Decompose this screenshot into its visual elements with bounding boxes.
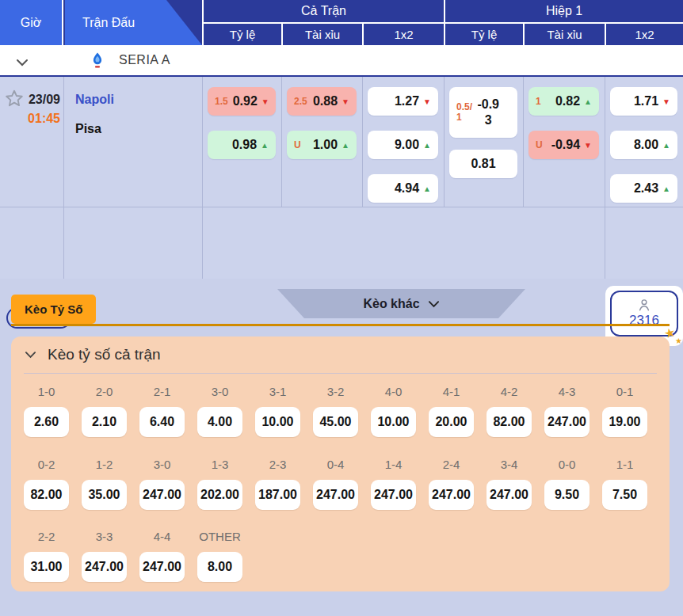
odds-cell-full-handicap[interactable]: 1.50.92▼: [208, 87, 276, 116]
odds-value: 0.81: [471, 157, 495, 171]
score-row: 1-02.602-02.102-16.403-04.003-110.003-24…: [11, 385, 670, 437]
score-label: 3-1: [255, 385, 300, 401]
odds-value: 0.82: [555, 94, 580, 108]
score-label: 1-0: [24, 385, 69, 401]
score-panel-header[interactable]: Kèo tỷ số cả trận: [11, 337, 670, 372]
score-cell: 2-4247.00: [429, 458, 474, 510]
score-odd-button[interactable]: 35.00: [82, 480, 127, 510]
score-cell: 3-4247.00: [486, 458, 532, 510]
odds-cell-full-handicap[interactable]: 0.98▲: [208, 131, 276, 159]
score-odd-button[interactable]: 10.00: [255, 407, 300, 437]
score-label: 2-1: [139, 385, 185, 401]
score-cell: 0-4247.00: [313, 458, 358, 510]
score-cell: 0-09.50: [544, 458, 590, 510]
header-sub-1x2-full: 1x2: [362, 24, 444, 45]
odds-cell-full-ou[interactable]: U1.00▲: [287, 131, 357, 159]
score-label: OTHER: [197, 530, 242, 546]
score-odd-button[interactable]: 247.00: [371, 480, 416, 510]
odds-value: 0.88: [313, 94, 338, 108]
score-odd-button[interactable]: 4.00: [197, 407, 242, 437]
score-grid: 1-02.602-02.102-16.403-04.003-110.003-24…: [11, 374, 670, 582]
score-cell: 1-02.60: [24, 385, 69, 437]
score-odd-button[interactable]: 247.00: [544, 407, 590, 437]
header-groups: Cả Trận Hiệp 1: [202, 0, 683, 24]
score-cell: 3-04.00: [197, 385, 242, 437]
odds-cell-half-ou[interactable]: 10.82▲: [528, 87, 599, 116]
score-odd-button[interactable]: 19.00: [602, 407, 647, 437]
score-odd-button[interactable]: 2.10: [82, 407, 127, 437]
person-icon: [636, 298, 652, 311]
odds-cell-full-ou[interactable]: 2.50.88▼: [287, 87, 357, 116]
more-odds-label: Kèo khác: [363, 297, 419, 311]
odds-cell-full-1x2[interactable]: 9.00▲: [368, 131, 438, 159]
score-odd-button[interactable]: 247.00: [486, 480, 532, 510]
trend-up-icon: ▲: [423, 184, 431, 193]
odds-value: 0.98: [232, 138, 257, 152]
header-sub-handicap-full: Tỷ lệ: [202, 24, 281, 45]
chevron-down-icon[interactable]: [25, 348, 36, 362]
score-odd-button[interactable]: 6.40: [139, 407, 185, 437]
score-odd-button[interactable]: 247.00: [139, 552, 185, 582]
score-label: 2-3: [255, 458, 300, 473]
score-label: 0-0: [544, 458, 590, 473]
score-odd-button[interactable]: 2.60: [24, 407, 69, 437]
score-odd-button[interactable]: 247.00: [139, 480, 185, 510]
chevron-down-icon[interactable]: [16, 55, 29, 70]
odds-cell-half-1x2[interactable]: 2.43▲: [610, 174, 677, 203]
league-name: SERIA A: [119, 53, 170, 67]
score-odd-button[interactable]: 31.00: [24, 552, 69, 582]
score-odd-button[interactable]: 202.00: [197, 480, 242, 510]
odds-cell-full-1x2[interactable]: 1.27▼: [368, 87, 438, 116]
odds-value-line: 3: [477, 112, 499, 128]
odds-value: 4.94: [395, 181, 419, 196]
score-odd-button[interactable]: 7.50: [602, 480, 647, 510]
header-col-match: Trận Đấu: [65, 0, 202, 45]
trend-up-icon: ▲: [662, 141, 670, 150]
score-label: 3-2: [313, 385, 358, 401]
odds-cell-half-ou[interactable]: U-0.94▼: [528, 131, 599, 159]
score-odd-button[interactable]: 82.00: [486, 407, 532, 437]
tab-underline: [11, 324, 670, 326]
handicap-label: 0.5/1: [456, 102, 472, 122]
header-group-full-match: Cả Trận: [202, 0, 444, 22]
score-odd-button[interactable]: 20.00: [429, 407, 474, 437]
odds-value: 1.00: [313, 138, 338, 152]
score-odd-button[interactable]: 45.00: [313, 407, 358, 437]
more-odds-button[interactable]: Kèo khác: [277, 289, 525, 318]
score-label: 3-0: [197, 385, 242, 401]
score-odd-button[interactable]: 10.00: [371, 407, 416, 437]
score-odd-button[interactable]: 247.00: [82, 552, 127, 582]
score-odd-button[interactable]: 187.00: [255, 480, 300, 510]
match-time: 01:45: [0, 112, 60, 126]
sparkle-icon: ★: [675, 337, 682, 345]
trend-down-icon: ▼: [584, 141, 592, 150]
score-cell: 4-3247.00: [544, 385, 590, 437]
score-odd-button[interactable]: 82.00: [24, 480, 69, 510]
score-row: 2-231.003-3247.004-4247.00OTHER8.00: [11, 530, 670, 582]
score-odd-button[interactable]: 9.50: [544, 480, 590, 510]
odds-line-label: 1.5: [215, 97, 228, 107]
odds-value: 0.92: [233, 94, 258, 108]
trend-up-icon: ▲: [342, 141, 349, 150]
viewer-count: 2316: [629, 313, 659, 329]
odds-cell-half-1x2[interactable]: 8.00▲: [610, 131, 677, 159]
score-cell: 3-0247.00: [139, 458, 185, 510]
score-odd-button[interactable]: 247.00: [313, 480, 358, 510]
odds-cell-half-handicap[interactable]: 0.81: [449, 150, 517, 178]
odds-value: 1.71: [634, 94, 658, 108]
header-sub-handicap-half: Tỷ lệ: [444, 24, 523, 45]
score-label: 0-1: [602, 385, 647, 401]
odds-cell-full-1x2[interactable]: 4.94▲: [368, 174, 438, 203]
score-label: 3-0: [139, 458, 185, 473]
handicap-label-line: 1: [456, 112, 472, 123]
match-date: 23/09: [0, 93, 60, 107]
score-cell: 1-4247.00: [371, 458, 416, 510]
tab-score-odds[interactable]: Kèo Tỷ Số: [11, 295, 96, 324]
league-row[interactable]: SERIA A: [0, 45, 683, 75]
score-odd-button[interactable]: 8.00: [197, 552, 242, 582]
trend-down-icon: ▼: [261, 97, 269, 106]
odds-cell-half-handicap[interactable]: 0.5/1-0.93: [449, 87, 517, 138]
score-odd-button[interactable]: 247.00: [429, 480, 474, 510]
odds-cell-half-1x2[interactable]: 1.71▼: [610, 87, 677, 116]
odds-line-label: U: [536, 140, 543, 150]
